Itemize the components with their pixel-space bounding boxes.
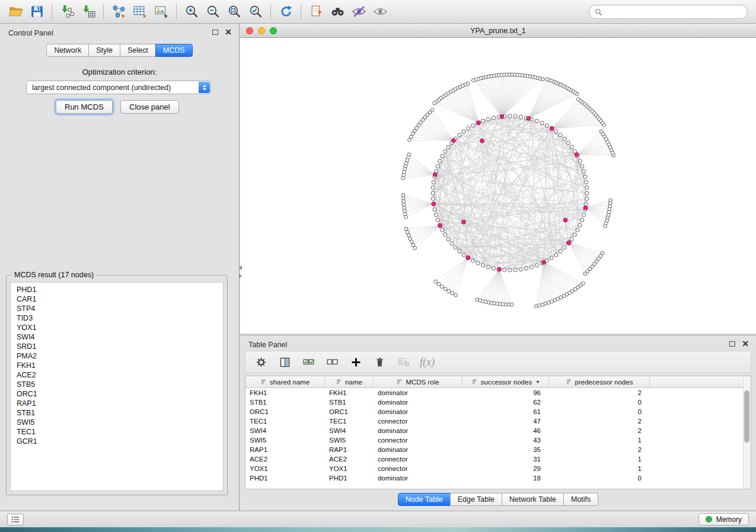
toolbar-separator [301,4,301,20]
network-graph[interactable] [240,38,755,332]
table-scrollbar-track[interactable] [743,376,751,489]
import-network-button[interactable] [56,3,78,21]
mcds-result-item[interactable]: RAP1 [11,399,223,408]
float-table-panel-icon[interactable] [729,341,735,347]
save-session-button[interactable] [26,3,47,21]
unselect-all-button[interactable] [325,355,339,369]
select-all-button[interactable] [301,355,315,369]
tab-style[interactable]: Style [88,44,120,57]
tab-select[interactable]: Select [120,44,156,57]
mcds-result-item[interactable]: PMA2 [11,351,223,361]
table-row[interactable]: SWI5SWI5connector431 [245,435,751,445]
mcds-result-item[interactable]: SWI5 [11,418,223,427]
window-close-icon[interactable] [246,27,253,34]
copy-document-button[interactable] [305,3,327,21]
table-cell: 2 [549,427,650,434]
table-row[interactable]: SWI4SWI4dominator462 [245,426,751,435]
table-row[interactable]: FKH1FKH1dominator962 [245,388,751,398]
mcds-result-item[interactable]: ORC1 [11,389,223,399]
column-header-MCDS-role[interactable]: MCDS role [374,376,462,387]
table-scrollbar-thumb[interactable] [744,390,749,443]
delete-table-button[interactable] [396,355,410,369]
column-header-shared-name[interactable]: shared name [245,376,325,387]
network-window-title: YPA_prune.txt_1 [470,27,526,35]
splitter-collapse-buttons[interactable] [238,265,243,281]
toolbar-separator [270,4,271,20]
zoom-fit-button[interactable] [224,3,245,21]
optimization-select[interactable]: largest connected component (undirected) [26,81,211,94]
network-view-window: YPA_prune.txt_1 [240,24,756,334]
window-maximize-icon[interactable] [270,27,277,34]
zoom-in-button[interactable] [181,3,202,21]
table-tab-network-table[interactable]: Network Table [502,493,564,506]
table-tab-motifs[interactable]: Motifs [563,493,598,506]
mcds-result-item[interactable]: SRD1 [11,342,223,351]
column-header-successor-nodes[interactable]: successor nodes [462,376,549,387]
zoom-selected-button[interactable] [245,3,266,21]
table-cell: connector [374,418,462,425]
close-table-panel-icon[interactable]: ✕ [742,341,749,347]
table-row[interactable]: RAP1RAP1dominator352 [245,445,751,454]
column-header-predecessor-nodes[interactable]: predecessor nodes [549,376,650,387]
table-row[interactable]: STB1STB1dominator620 [245,398,751,407]
import-table-button[interactable] [78,3,99,21]
delete-column-button[interactable] [372,355,387,369]
save-session-icon [30,4,44,19]
mcds-result-item[interactable]: PHD1 [11,285,223,294]
refresh-button[interactable] [275,3,296,21]
status-menu-button[interactable] [7,514,24,525]
table-cell: ACE2 [325,456,374,463]
show-all-button[interactable] [369,3,391,21]
mcds-result-item[interactable]: STB5 [11,380,223,389]
export-image-icon [154,4,169,19]
export-table-button[interactable] [129,3,151,21]
table-cell: FKH1 [245,389,325,396]
table-row[interactable]: YOX1YOX1connector291 [245,464,751,473]
export-image-button[interactable] [151,3,172,21]
export-network-button[interactable] [108,3,129,21]
sort-icon [336,379,342,385]
table-tab-edge-table[interactable]: Edge Table [450,493,502,506]
open-session-button[interactable] [5,3,26,21]
table-row[interactable]: TEC1TEC1connector472 [245,416,751,426]
network-window-titlebar[interactable]: YPA_prune.txt_1 [240,24,756,38]
column-header-name[interactable]: name [325,376,374,387]
tab-network[interactable]: Network [46,44,89,57]
network-canvas[interactable] [240,38,756,333]
window-minimize-icon[interactable] [258,27,265,34]
table-row[interactable]: PHD1PHD1dominator180 [245,473,751,483]
tab-mcds[interactable]: MCDS [155,44,193,57]
search-input[interactable] [606,8,742,16]
hide-selected-button[interactable] [348,3,369,21]
first-neighbors-button[interactable] [327,3,348,21]
run-mcds-button[interactable]: Run MCDS [56,100,113,114]
zoom-out-button[interactable] [202,3,224,21]
mcds-result-item[interactable]: TEC1 [11,427,223,437]
mcds-result-item[interactable]: STB1 [11,408,223,418]
mcds-result-item[interactable]: FKH1 [11,361,223,370]
add-column-button[interactable] [349,355,363,369]
mcds-result-item[interactable]: YOX1 [11,323,223,332]
table-tab-node-table[interactable]: Node Table [398,493,451,506]
mcds-result-item[interactable]: CAR1 [11,294,223,304]
table-row[interactable]: ACE2ACE2connector311 [245,454,751,464]
memory-button[interactable]: Memory [698,513,749,525]
show-columns-button[interactable] [277,355,292,369]
collapse-left-icon[interactable] [239,265,242,270]
collapse-right-icon[interactable] [239,274,242,278]
search-box[interactable] [589,5,748,19]
mcds-result-list[interactable]: PHD1CAR1STP4TID3YOX1SWI4SRD1PMA2FKH1ACE2… [10,282,224,491]
mcds-result-item[interactable]: STP4 [11,304,223,313]
close-panel-button[interactable]: Close panel [120,100,179,114]
mcds-result-item[interactable]: TID3 [11,313,223,323]
import-table-icon [81,4,96,19]
float-panel-icon[interactable] [212,30,218,35]
settings-button[interactable] [254,355,268,369]
table-row[interactable]: ORC1ORC1dominator610 [245,407,751,416]
mcds-result-item[interactable]: GCR1 [11,437,223,446]
table-cell: SWI5 [325,437,374,444]
mcds-result-item[interactable]: SWI4 [11,332,223,342]
function-builder-button[interactable]: f(x) [420,356,435,368]
mcds-result-item[interactable]: ACE2 [11,370,223,380]
close-panel-icon[interactable]: ✕ [225,29,232,35]
